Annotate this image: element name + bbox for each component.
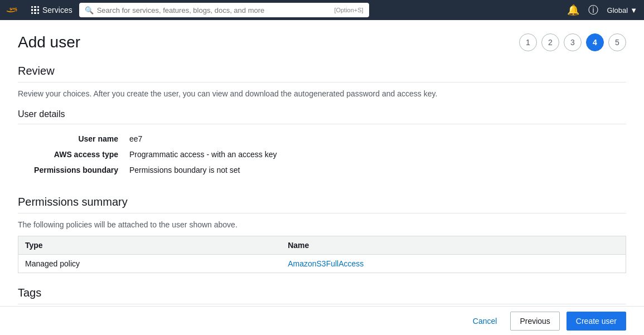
permissions-divider (18, 213, 626, 213)
permissions-summary-title: Permissions summary (18, 196, 626, 208)
user-name-value: ee7 (129, 131, 626, 147)
grid-icon (31, 6, 39, 14)
previous-button[interactable]: Previous (510, 312, 559, 325)
policy-name[interactable]: AmazonS3FullAccess (281, 255, 626, 273)
aws-access-type-label: AWS access type (18, 147, 129, 162)
policy-type: Managed policy (18, 255, 282, 273)
search-icon: 🔍 (85, 6, 94, 14)
search-bar[interactable]: 🔍 [Option+S] (79, 3, 369, 17)
search-shortcut: [Option+S] (334, 7, 363, 13)
user-name-label: User name (18, 131, 129, 147)
table-row: User name ee7 (18, 131, 626, 147)
step-4[interactable]: 4 (586, 33, 604, 51)
user-details-table: User name ee7 AWS access type Programmat… (18, 131, 626, 178)
user-details-title: User details (18, 109, 626, 119)
help-button[interactable]: ⓘ (588, 3, 598, 17)
user-details-divider (18, 124, 626, 124)
tags-section: Tags (18, 287, 626, 304)
policy-link[interactable]: AmazonS3FullAccess (288, 259, 364, 268)
create-user-button[interactable]: Create user (566, 312, 626, 325)
aws-access-type-value: Programmatic access - with an access key (129, 147, 626, 162)
review-section-title: Review (18, 65, 626, 77)
page-header: Add user 1 2 3 4 5 (18, 33, 626, 51)
search-input[interactable] (97, 6, 331, 14)
step-indicators: 1 2 3 4 5 (519, 33, 626, 51)
tags-title: Tags (18, 287, 626, 299)
step-2[interactable]: 2 (541, 33, 559, 51)
aws-logo[interactable] (7, 4, 25, 16)
chevron-down-icon: ▼ (630, 6, 637, 14)
notifications-button[interactable]: 🔔 (567, 4, 579, 16)
review-description: Review your choices. After you create th… (18, 89, 626, 98)
step-5[interactable]: 5 (608, 33, 626, 51)
permissions-table: Type Name Managed policy AmazonS3FullAcc… (18, 236, 626, 273)
services-label: Services (42, 6, 72, 14)
region-selector[interactable]: Global ▼ (607, 6, 637, 14)
step-3[interactable]: 3 (564, 33, 582, 51)
region-label: Global (607, 6, 628, 14)
page-title: Add user (18, 33, 80, 51)
nav-right-actions: 🔔 ⓘ Global ▼ (567, 3, 637, 17)
table-row: AWS access type Programmatic access - wi… (18, 147, 626, 162)
permissions-boundary-value: Permissions boundary is not set (129, 162, 626, 178)
table-header-row: Type Name (18, 236, 626, 255)
services-menu[interactable]: Services (31, 6, 72, 14)
type-column-header: Type (18, 236, 282, 255)
step-1[interactable]: 1 (519, 33, 537, 51)
permissions-desc: The following policies will be attached … (18, 220, 626, 229)
tags-divider (18, 304, 626, 304)
review-divider (18, 82, 626, 82)
footer-bar: Cancel Previous Create user (0, 306, 644, 324)
table-row: Managed policy AmazonS3FullAccess (18, 255, 626, 273)
name-column-header: Name (281, 236, 626, 255)
top-navigation: Services 🔍 [Option+S] 🔔 ⓘ Global ▼ (0, 0, 644, 20)
permissions-boundary-label: Permissions boundary (18, 162, 129, 178)
cancel-button[interactable]: Cancel (466, 312, 504, 325)
table-row: Permissions boundary Permissions boundar… (18, 162, 626, 178)
main-content: Add user 1 2 3 4 5 Review Review your ch… (0, 20, 644, 324)
